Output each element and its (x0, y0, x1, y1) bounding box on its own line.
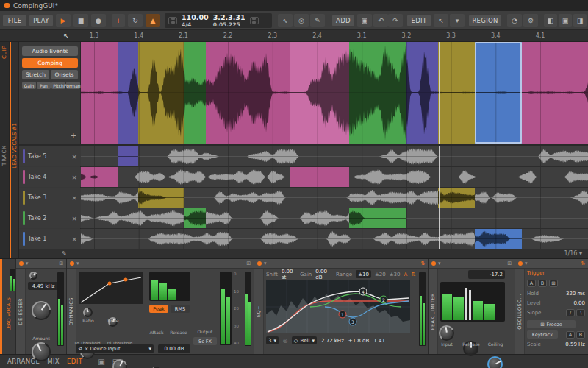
remove-take-button[interactable]: × (71, 194, 77, 202)
transport-display[interactable]: 110.00 4/4 3.2.3.31 0:05.225 (165, 13, 272, 28)
eq-curve-display[interactable]: 1 2 3 4 (266, 280, 410, 333)
gain-tab[interactable]: Gain (22, 82, 36, 89)
loop-marker-icon[interactable] (250, 17, 259, 24)
take-5-lane[interactable] (81, 146, 588, 166)
device-header[interactable]: ▾⊞ (429, 259, 514, 269)
device-deesser[interactable]: ▾⊞ DE-ESSER 4.49 kHz Amount (15, 259, 66, 354)
fold-icon[interactable]: ▾ (438, 261, 441, 266)
dynamics-ratio-knob[interactable] (83, 308, 93, 317)
limiter-input-knob[interactable] (439, 325, 454, 341)
ruler-tick[interactable]: 3.1 (357, 32, 367, 39)
take-3-label-row[interactable]: Take 3 × (19, 188, 81, 208)
ruler-tick[interactable]: 4.1 (536, 32, 545, 39)
remote-icon[interactable]: ⊞ (59, 261, 63, 266)
loop-button[interactable]: ↻ (128, 14, 143, 27)
expand-icon[interactable]: ⇅ (420, 261, 425, 266)
range-10-button[interactable]: ±10 (356, 270, 371, 278)
ruler-tick[interactable]: 2.1 (179, 32, 188, 39)
dynamics-curve-display[interactable] (79, 272, 143, 304)
stop-button[interactable]: ■ (74, 14, 88, 27)
toggle-bottom-panel-icon[interactable]: ▣ (559, 14, 572, 27)
mix-view-button[interactable]: MIX (47, 358, 60, 365)
ruler-tick[interactable]: 2.3 (268, 32, 277, 39)
ruler-tick[interactable]: 1.3 (90, 32, 99, 39)
device-eq-plus[interactable]: ▾⇅ EQ+ Shift 0.00 st Gain 0.00 dB Range … (254, 259, 428, 354)
swap-icon[interactable]: ⇅ (411, 271, 416, 277)
band-selector[interactable]: 3▾ (266, 336, 279, 344)
tap-tempo-icon[interactable] (168, 17, 177, 24)
device-dynamics[interactable]: ▾⊞ DYNAMICS Ratio Knee Lo Threshold Hi T… (66, 259, 254, 354)
remove-take-button[interactable]: × (71, 236, 77, 243)
device-power-icon[interactable] (19, 261, 24, 266)
ruler-tick[interactable]: 3.2 (402, 32, 412, 39)
device-header[interactable]: ▾⇅ (515, 259, 588, 269)
device-track-strip[interactable]: LEAD VOCALS (0, 259, 15, 354)
punch-in-icon[interactable]: + (112, 14, 125, 27)
play-button[interactable]: ▶ (56, 14, 71, 27)
undo-icon[interactable]: ↶ (373, 14, 388, 27)
comp-lane-waveform[interactable] (81, 42, 588, 144)
pointer-tool-icon[interactable]: ↖ (63, 32, 69, 40)
tempo-display[interactable]: 110.00 (182, 14, 209, 21)
sidechain-gain-field[interactable]: 0.00 dB (158, 344, 190, 353)
remove-take-button[interactable]: × (71, 215, 77, 222)
redo-icon[interactable]: ↷ (388, 14, 403, 27)
remote-icon[interactable]: ⊞ (507, 261, 512, 266)
ruler-tick[interactable]: 1.4 (134, 32, 143, 39)
remove-take-button[interactable]: × (71, 153, 77, 160)
peak-mode-button[interactable]: Peak (149, 305, 168, 313)
take-4-lane[interactable] (81, 167, 588, 187)
trigger-b-button[interactable]: B (538, 280, 547, 287)
slope-up-button[interactable]: ∕ (566, 309, 575, 316)
keytrack-button[interactable]: Keytrack (527, 330, 558, 339)
save-icon[interactable]: ▣ (357, 14, 372, 27)
track-name-label[interactable]: LEAD VOCALS #1 (12, 123, 18, 168)
ruler-tick[interactable]: 3.4 (491, 32, 501, 39)
device-power-icon[interactable] (257, 261, 262, 266)
freeze-button[interactable]: ⊞Freeze (527, 320, 576, 328)
ruler-ticks[interactable]: 1.31.42.12.22.32.43.13.23.33.44.1 (81, 30, 588, 42)
settings-gear-icon[interactable]: ⚙ (523, 14, 538, 27)
ab-compare-button[interactable]: A (404, 272, 408, 277)
take-2-lane[interactable] (81, 208, 588, 228)
shift-value[interactable]: 0.00 st (282, 269, 296, 280)
knob-panel-icon[interactable]: ◔ (507, 14, 522, 27)
take-4-label-row[interactable]: Take 4 × (19, 167, 81, 187)
stretch-tab[interactable]: Stretch (22, 70, 49, 79)
draw-mode-icon[interactable]: ✎ (310, 14, 325, 27)
fold-icon[interactable]: ▾ (26, 261, 29, 266)
ruler-tick[interactable]: 2.2 (223, 32, 233, 39)
deesser-frequency-display[interactable]: 4.49 kHz (28, 282, 59, 290)
take-3-lane[interactable] (81, 188, 588, 208)
limiter-ceiling-knob[interactable] (487, 356, 503, 368)
time-signature-display[interactable]: 4/4 (182, 22, 209, 28)
overdub-icon[interactable]: ◎ (294, 14, 309, 27)
remove-take-button[interactable]: × (71, 174, 77, 181)
metronome-button[interactable]: ▲ (146, 14, 160, 27)
file-menu-button[interactable]: FILE (3, 15, 26, 26)
clip-scope-tab[interactable]: CLIP (1, 45, 7, 59)
fold-icon[interactable]: ▾ (525, 261, 528, 266)
pan-tab[interactable]: Pan (37, 82, 51, 89)
keytrack-b-button[interactable]: B (576, 331, 585, 339)
onsets-tab[interactable]: Onsets (51, 70, 78, 79)
track-rail[interactable]: LEAD VOCALS #1 (10, 42, 19, 258)
device-peak-limiter[interactable]: ▾⊞ PEAK LIMITER -17.2 Input Release Ceil… (428, 259, 514, 354)
take-1-label-row[interactable]: Take 1 × (19, 229, 81, 249)
audio-events-tab[interactable]: Audio Events (22, 46, 78, 56)
fold-icon[interactable]: ▾ (264, 261, 267, 266)
sidechain-input-select[interactable]: ⊲ × Device Input ▾ (76, 344, 154, 353)
trigger-a-button[interactable]: A (527, 280, 536, 287)
comping-tab[interactable]: Comping (22, 58, 78, 68)
range-30-button[interactable]: ±30 (390, 272, 401, 277)
add-track-button[interactable]: ADD (332, 15, 354, 26)
device-oscilloscope[interactable]: ▾⇅ OSCILLOSC... Trigger A B ⊞ Hold 320 m… (514, 259, 588, 354)
region-button[interactable]: REGION (469, 15, 501, 26)
deesser-mini-knob[interactable] (29, 272, 37, 280)
scale-value[interactable]: 0.59 Hz (565, 342, 585, 347)
automation-follow-icon[interactable]: ∿ (278, 14, 293, 27)
take-1-lane[interactable] (81, 229, 588, 249)
timeline-ruler[interactable]: ↖ 1.31.42.12.22.32.43.13.23.33.44.1 (0, 30, 588, 42)
device-header[interactable]: ▾⇅ (254, 259, 428, 269)
band-gain-value[interactable]: +1.8 dB (348, 338, 369, 344)
